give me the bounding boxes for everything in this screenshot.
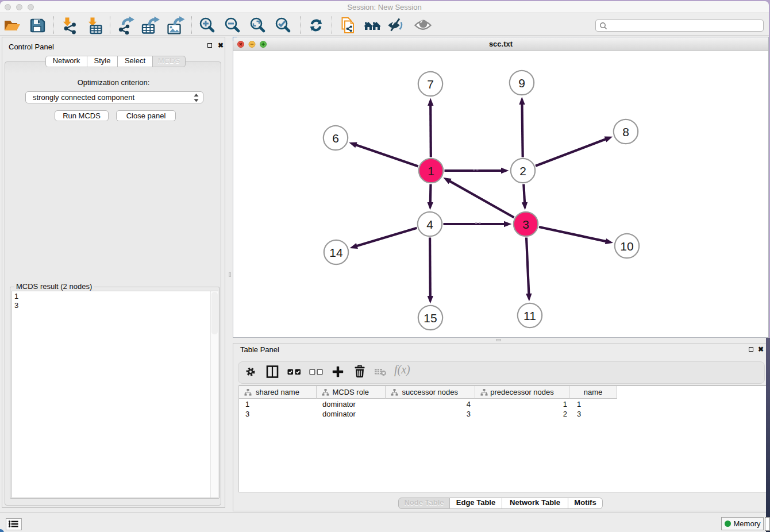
svg-text:4: 4 <box>426 218 433 231</box>
svg-text:3: 3 <box>522 218 529 231</box>
svg-text:9: 9 <box>518 76 525 90</box>
svg-text:6: 6 <box>332 132 339 145</box>
svg-text:15: 15 <box>424 311 437 325</box>
svg-text:1: 1 <box>428 164 434 178</box>
svg-text:8: 8 <box>622 125 629 138</box>
svg-text:10: 10 <box>620 240 633 253</box>
svg-text:11: 11 <box>523 309 536 322</box>
svg-text:14: 14 <box>329 246 343 259</box>
svg-text:7: 7 <box>427 78 434 91</box>
svg-text:2: 2 <box>519 164 526 178</box>
